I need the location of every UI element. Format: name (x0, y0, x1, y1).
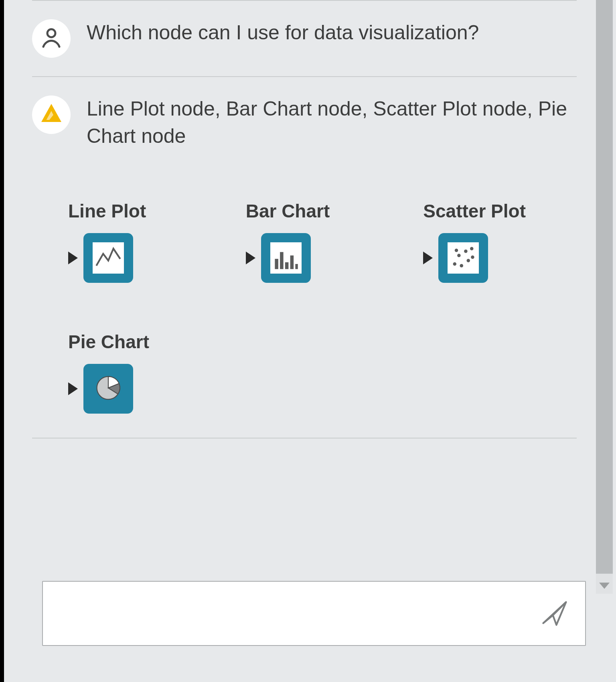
svg-rect-8 (295, 264, 298, 269)
svg-point-10 (457, 254, 461, 258)
node-card-pie-chart[interactable]: Pie Chart (68, 331, 222, 414)
svg-point-9 (453, 262, 457, 266)
node-card-scatter-plot[interactable]: Scatter Plot (423, 200, 577, 283)
assistant-icon (39, 102, 63, 128)
node-tile (261, 233, 311, 283)
node-suggestions: Line Plot (32, 168, 577, 438)
svg-point-1 (47, 29, 55, 37)
assistant-message-text: Line Plot node, Bar Chart node, Scatter … (87, 95, 577, 150)
node-card-bar-chart[interactable]: Bar Chart (246, 200, 399, 283)
node-label: Bar Chart (246, 200, 330, 222)
svg-rect-4 (275, 259, 278, 269)
svg-marker-0 (599, 583, 610, 589)
line-plot-icon (95, 244, 122, 272)
node-tile (83, 233, 133, 283)
svg-point-16 (455, 249, 458, 252)
scrollbar-thumb[interactable] (596, 0, 613, 574)
conversation: Which node can I use for data visualizat… (8, 0, 593, 586)
node-label: Line Plot (68, 200, 146, 222)
send-icon (541, 599, 569, 628)
svg-point-14 (470, 247, 474, 251)
svg-point-15 (471, 256, 474, 259)
node-icon-row (68, 233, 133, 283)
chevron-down-icon (599, 582, 610, 589)
node-tile (438, 233, 488, 283)
svg-rect-5 (280, 252, 284, 269)
svg-point-13 (467, 259, 470, 262)
node-label: Pie Chart (68, 331, 149, 353)
send-button[interactable] (539, 597, 571, 629)
message-user: Which node can I use for data visualizat… (32, 1, 577, 76)
node-input-port-icon (423, 252, 433, 264)
svg-rect-7 (290, 256, 294, 269)
composer (42, 581, 586, 646)
node-icon-row (246, 233, 311, 283)
user-message-text: Which node can I use for data visualizat… (87, 19, 577, 47)
node-icon-row (423, 233, 488, 283)
composer-box (42, 581, 586, 646)
node-icon-row (68, 364, 133, 414)
node-tile (83, 364, 133, 414)
bar-chart-icon (272, 244, 300, 272)
scroll-down-button[interactable] (596, 578, 613, 594)
user-avatar (32, 19, 71, 58)
divider (32, 438, 577, 438)
message-assistant: Line Plot node, Bar Chart node, Scatter … (32, 77, 577, 168)
user-icon (39, 26, 63, 51)
assistant-avatar (32, 95, 71, 134)
node-card-line-plot[interactable]: Line Plot (68, 200, 222, 283)
node-input-port-icon (68, 382, 78, 395)
svg-rect-6 (285, 262, 289, 269)
node-label: Scatter Plot (423, 200, 526, 222)
scatter-plot-icon (450, 244, 477, 272)
chat-panel: Which node can I use for data visualizat… (0, 0, 616, 682)
node-input-port-icon (68, 252, 78, 264)
svg-point-12 (464, 250, 468, 253)
node-input-port-icon (246, 252, 255, 264)
pie-chart-icon (94, 374, 122, 404)
svg-point-11 (460, 264, 464, 268)
message-input[interactable] (57, 603, 539, 624)
